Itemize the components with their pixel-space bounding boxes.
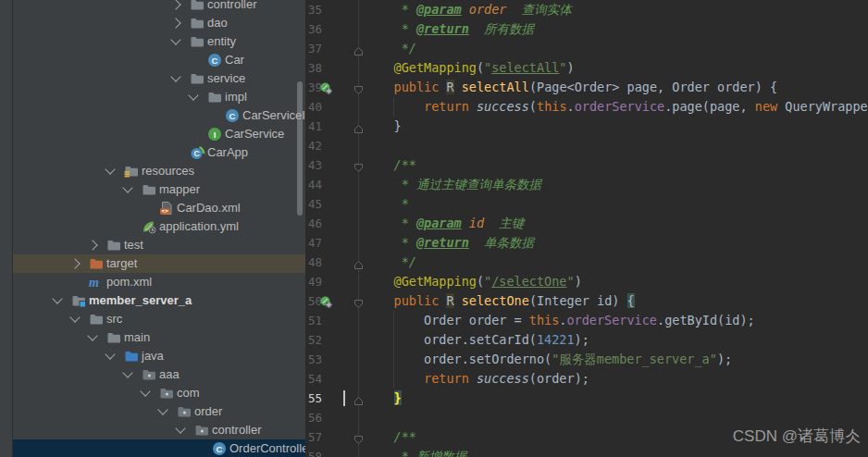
- folder-icon: [190, 0, 205, 12]
- code-line-35[interactable]: 35 * @param order 查询实体: [305, 0, 868, 19]
- package-icon: [142, 367, 156, 382]
- spring-mapping-icon[interactable]: [320, 295, 332, 307]
- tree-item-test[interactable]: test: [13, 236, 305, 254]
- chevron-down-icon[interactable]: [170, 71, 180, 81]
- line-number: 55: [308, 389, 336, 408]
- code-line-42[interactable]: 42: [305, 136, 868, 155]
- package-icon: [194, 423, 209, 438]
- chevron-down-icon[interactable]: [170, 34, 180, 44]
- spring-mapping-icon[interactable]: [320, 81, 332, 93]
- tree-item-label: target: [106, 254, 137, 273]
- code-line-52[interactable]: 52 order.setCarId(14221);: [305, 330, 868, 350]
- fold-marker-icon[interactable]: [353, 82, 364, 93]
- chevron-down-icon[interactable]: [157, 404, 167, 414]
- code-line-53[interactable]: 53 order.setOrderno("服务器member_server_a"…: [305, 350, 868, 369]
- fold-marker-icon[interactable]: [353, 432, 364, 442]
- tree-item-mapper[interactable]: mapper: [13, 180, 305, 199]
- code-line-56[interactable]: 56: [305, 408, 868, 427]
- code-line-41[interactable]: 41 }: [305, 117, 868, 136]
- fold-marker-icon[interactable]: [353, 43, 364, 54]
- chevron-down-icon[interactable]: [188, 90, 198, 100]
- tree-item-com[interactable]: com: [13, 384, 305, 402]
- tree-item-dao[interactable]: dao: [13, 14, 305, 32]
- chevron-down-icon[interactable]: [52, 293, 62, 303]
- code-line-51[interactable]: 51 Order order = this.orderService.getBy…: [305, 311, 868, 330]
- tree-item-controller[interactable]: controller: [13, 0, 305, 14]
- tree-item-service[interactable]: service: [13, 69, 305, 88]
- code-line-54[interactable]: 54 return success(order);: [305, 369, 868, 389]
- tree-item-entity[interactable]: entity: [13, 32, 305, 51]
- tree-item-java[interactable]: java: [13, 347, 305, 365]
- tree-item-carapp[interactable]: CCarApp: [13, 143, 305, 162]
- code-line-45[interactable]: 45 *: [305, 194, 868, 214]
- fold-marker-icon[interactable]: [353, 121, 364, 131]
- code-line-44[interactable]: 44 * 通过主键查询单条数据: [305, 175, 868, 194]
- chevron-down-icon[interactable]: [122, 182, 132, 192]
- chevron-down-icon[interactable]: [105, 164, 115, 174]
- chevron-down-icon[interactable]: [69, 312, 80, 322]
- code-line-40[interactable]: 40 return success(this.orderService.page…: [305, 97, 868, 117]
- code-line-47[interactable]: 47 * @return 单条数据: [305, 233, 868, 253]
- tree-item-carserviceimpl[interactable]: CCarServiceImpl: [13, 106, 305, 125]
- code-line-36[interactable]: 36 * @return 所有数据: [305, 19, 868, 39]
- tree-item-carservice[interactable]: ICarService: [13, 125, 305, 143]
- token-plain: (Integer id): [529, 293, 627, 308]
- line-number: 47: [308, 233, 336, 253]
- tree-item-aaa[interactable]: aaa: [13, 365, 305, 384]
- chevron-down-icon[interactable]: [122, 367, 132, 377]
- code-line-55[interactable]: 55 }: [305, 389, 868, 408]
- line-number: 42: [308, 136, 336, 155]
- chevron-right-icon[interactable]: [170, 18, 180, 28]
- code-line-39[interactable]: 39 public R selectAll(Page<Order> page, …: [305, 78, 868, 97]
- tree-item-controller[interactable]: controller: [13, 421, 305, 439]
- token-doc: [462, 2, 469, 17]
- tree-item-order[interactable]: order: [13, 402, 305, 421]
- class-icon: C: [212, 441, 227, 456]
- tree-item-src[interactable]: src: [13, 310, 305, 328]
- tree-item-cardao-xml[interactable]: <>CarDao.xml: [13, 199, 305, 217]
- code-line-43[interactable]: 43 /**: [305, 155, 868, 175]
- token-plain: QueryWrapper: [777, 99, 868, 114]
- tree-item-pom-xml[interactable]: mpom.xml: [13, 273, 305, 291]
- fold-marker-icon[interactable]: [353, 160, 364, 170]
- token-doc: 单条数据: [469, 235, 534, 250]
- tree-item-ordercontroller[interactable]: COrderController: [13, 439, 305, 457]
- tree-item-application-yml[interactable]: application.yml: [13, 217, 305, 236]
- code-line-48[interactable]: 48 */: [305, 253, 868, 272]
- tree-scrollbar-thumb[interactable]: [297, 81, 303, 216]
- tree-item-resources[interactable]: resources: [13, 162, 305, 180]
- tree-item-member-server-a[interactable]: member_server_a: [13, 291, 305, 310]
- code-line-49[interactable]: 49 @GetMapping("/selectOne"): [305, 272, 868, 291]
- line-number: 35: [308, 0, 336, 19]
- tree-item-main[interactable]: main: [13, 328, 305, 347]
- chevron-down-icon[interactable]: [87, 330, 97, 340]
- folder-icon: [142, 182, 156, 197]
- token-plain: );: [575, 332, 589, 347]
- code-editor[interactable]: 35 * @param order 查询实体36 * @return 所有数据3…: [305, 0, 868, 457]
- tree-item-label: Car: [225, 51, 244, 69]
- chevron-right-icon[interactable]: [69, 258, 80, 268]
- code-line-58[interactable]: 58 * 新增数据: [305, 447, 868, 457]
- ide-window: controllerdaoentityCCarserviceimplCCarSe…: [0, 0, 868, 457]
- chevron-down-icon[interactable]: [105, 349, 115, 359]
- fold-marker-icon[interactable]: [353, 257, 364, 267]
- code-text: }: [364, 389, 402, 408]
- fold-marker-icon[interactable]: [353, 296, 364, 306]
- folder-icon: [190, 16, 205, 31]
- chevron-down-icon[interactable]: [175, 423, 185, 433]
- svg-text:C: C: [212, 56, 218, 66]
- chevron-right-icon[interactable]: [87, 240, 97, 250]
- tree-item-target[interactable]: target: [13, 254, 305, 273]
- chevron-right-icon[interactable]: [170, 0, 180, 10]
- fold-marker-icon[interactable]: [353, 393, 364, 403]
- code-line-38[interactable]: 38 @GetMapping("selectAll"): [305, 58, 868, 78]
- code-line-46[interactable]: 46 * @param id 主键: [305, 214, 868, 233]
- token-plain: (Page<Order> page, Order order) {: [529, 80, 777, 94]
- token-strlink: selectAll: [491, 60, 559, 75]
- tree-item-car[interactable]: CCar: [13, 51, 305, 69]
- chevron-down-icon[interactable]: [140, 386, 150, 396]
- svg-text:C: C: [217, 444, 223, 454]
- code-line-37[interactable]: 37 */: [305, 39, 868, 58]
- tree-item-impl[interactable]: impl: [13, 88, 305, 106]
- code-line-50[interactable]: 50 public R selectOne(Integer id) {: [305, 291, 868, 311]
